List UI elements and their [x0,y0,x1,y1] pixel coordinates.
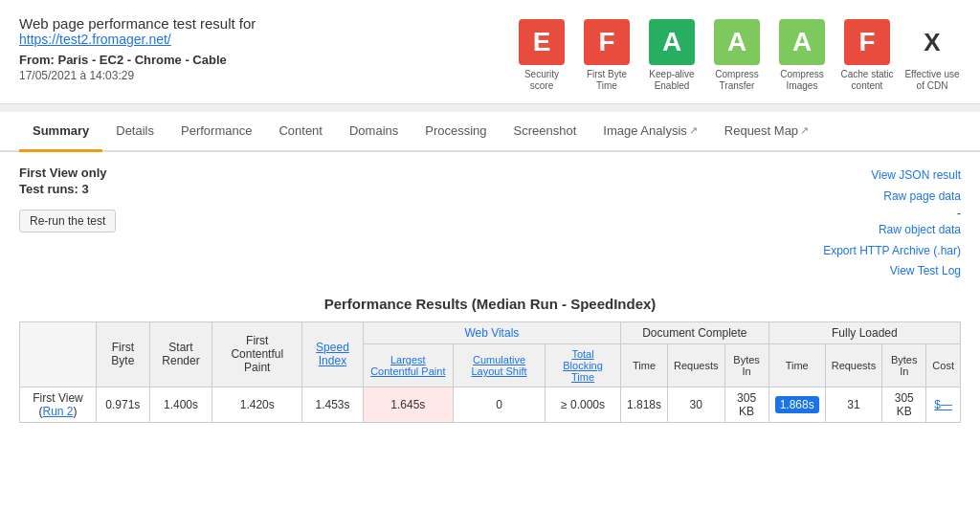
th-empty [20,321,97,387]
th-doc-complete: Document Complete [621,321,769,343]
table-title: Performance Results (Median Run - SpeedI… [19,296,961,312]
th-fl-requests: Requests [825,343,881,387]
cell-tbt: ≥ 0.000s [546,387,621,422]
th-tbt[interactable]: Total Blocking Time [546,343,621,387]
result-link-line-2: Export HTTP Archive (.har) [823,241,961,262]
grade-label: Compress Images [773,69,831,92]
result-link-line-3: View Test Log [823,261,961,282]
row-label: First View (Run 2) [20,387,97,422]
tab-request-map[interactable]: Request Map↗ [711,112,822,152]
page-header: Web page performance test result for htt… [0,0,980,104]
result-link-raw-object-data[interactable]: Raw object data [823,220,961,241]
cell-cls: 0 [453,387,545,422]
header-from: From: Paris - EC2 - Chrome - Cable [19,53,513,67]
rerun-button[interactable]: Re-run the test [19,210,116,232]
grade-box: A [649,19,695,65]
result-link-view-test-log[interactable]: View Test Log [823,261,961,282]
result-links: View JSON resultRaw page data - Raw obje… [823,166,961,282]
th-dc-time: Time [621,343,668,387]
cell-fcp: 1.420s [212,387,302,422]
grade-box: A [714,19,760,65]
view-info: First View only Test runs: 3 Re-run the … [19,166,961,282]
tab-content[interactable]: Content [265,112,336,152]
grade-box: E [519,19,565,65]
cell-dc-time: 1.818s [621,387,668,422]
grade-item-first-byte-time: FFirst Byte Time [578,19,635,92]
table-row: First View (Run 2)0.971s1.400s1.420s1.45… [20,387,961,422]
grade-label: Effective use of CDN [903,69,961,92]
grade-item-cache-static-content: FCache static content [838,19,896,92]
external-link-icon: ↗ [800,124,809,137]
first-view-label: First View only [19,166,116,180]
result-link-line-0: View JSON result [823,166,961,187]
tab-processing[interactable]: Processing [412,112,500,152]
test-runs: Test runs: 3 [19,182,116,196]
grade-label: Cache static content [838,69,896,92]
grade-box: F [584,19,630,65]
grade-label: Keep-alive Enabled [643,69,701,92]
performance-table: First Byte Start Render First Contentful… [19,321,961,423]
th-cls[interactable]: Cumulative Layout Shift [453,343,545,387]
run-link[interactable]: Run 2 [42,405,73,418]
cell-fl-time: 1.868s [768,387,825,422]
header-date: 17/05/2021 à 14:03:29 [19,69,513,82]
th-fl-time: Time [768,343,825,387]
tab-details[interactable]: Details [102,112,167,152]
cell-dc-requests: 30 [668,387,724,422]
header-url-link[interactable]: https://test2.fromager.net/ [19,32,513,47]
tab-domains[interactable]: Domains [336,112,412,152]
grades-container: ESecurity scoreFFirst Byte TimeAKeep-ali… [513,15,961,92]
grade-item-security-score: ESecurity score [513,19,570,92]
grade-label: First Byte Time [578,69,635,92]
cell-fl-cost: $— [926,387,961,422]
result-link-view-json-result[interactable]: View JSON result [823,166,961,187]
tab-summary[interactable]: Summary [19,112,102,152]
th-fully-loaded: Fully Loaded [768,321,960,343]
th-dc-requests: Requests [668,343,724,387]
th-start-render: Start Render [149,321,212,387]
cell-fl-bytes: 305 KB [882,387,926,422]
cell-fl-requests: 31 [825,387,881,422]
grade-box: X [909,19,955,65]
th-fl-bytes: Bytes In [882,343,926,387]
th-fl-cost: Cost [926,343,961,387]
header-title: Web page performance test result for htt… [19,15,513,47]
external-link-icon: ↗ [689,124,698,137]
th-fcp: First Contentful Paint [212,321,302,387]
tab-performance[interactable]: Performance [167,112,265,152]
grade-item-effective-use-of-cdn: XEffective use of CDN [903,19,961,92]
th-lcp[interactable]: Largest Contentful Paint [363,343,453,387]
result-link-raw-page-data[interactable]: Raw page data [823,187,961,208]
grade-label: Security score [513,69,570,92]
grade-box: F [844,19,890,65]
tab-screenshot[interactable]: Screenshot [501,112,590,152]
result-link-export-http-archive-har[interactable]: Export HTTP Archive (.har) [823,241,961,262]
cell-speed-index: 1.453s [302,387,363,422]
th-speed-index[interactable]: Speed Index [302,321,363,387]
grade-item-compress-images: ACompress Images [773,19,831,92]
separator [0,104,980,112]
main-content: First View only Test runs: 3 Re-run the … [0,152,980,436]
grade-box: A [779,19,825,65]
cell-dc-bytes: 305 KB [724,387,768,422]
cell-first-byte: 0.971s [97,387,150,422]
cell-lcp: 1.645s [363,387,453,422]
result-link-line-1: Raw page data - Raw object data [823,187,961,241]
grade-item-keep-alive-enabled: AKeep-alive Enabled [643,19,701,92]
cell-start-render: 1.400s [149,387,212,422]
th-dc-bytes: Bytes In [724,343,768,387]
grade-label: Compress Transfer [708,69,766,92]
tab-image-analysis[interactable]: Image Analysis↗ [590,112,710,152]
th-web-vitals: Web Vitals [363,321,620,343]
grade-item-compress-transfer: ACompress Transfer [708,19,766,92]
tabs-bar: SummaryDetailsPerformanceContentDomainsP… [0,112,980,152]
th-first-byte: First Byte [97,321,150,387]
